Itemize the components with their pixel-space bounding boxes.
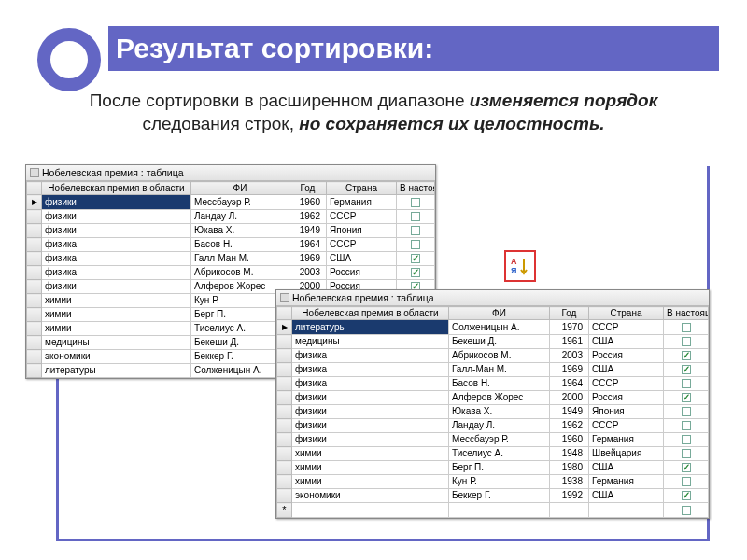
table-row[interactable]: химииБерг П.1980США	[277, 461, 709, 475]
row-selector[interactable]	[277, 475, 292, 489]
cell-year[interactable]: 1960	[289, 195, 327, 210]
row-selector[interactable]	[27, 350, 42, 364]
cell-field[interactable]: физика	[42, 252, 191, 266]
checkbox-icon[interactable]	[411, 198, 420, 207]
cell-name[interactable]: Ландау Л.	[191, 210, 289, 224]
row-selector[interactable]	[27, 336, 42, 350]
cell-field[interactable]: химии	[42, 294, 191, 308]
cell-field[interactable]: химии	[292, 475, 449, 489]
checkbox-icon[interactable]	[682, 379, 691, 388]
row-selector[interactable]	[27, 308, 42, 322]
cell-current[interactable]	[664, 335, 709, 349]
cell-name[interactable]: Ландау Л.	[449, 419, 550, 433]
cell-country[interactable]: СССР	[589, 419, 664, 433]
col-header-country[interactable]: Страна	[589, 307, 664, 320]
cell-country[interactable]: США	[327, 252, 397, 266]
table-row[interactable]: физикиЛандау Л.1962СССР	[277, 419, 709, 433]
cell-country[interactable]: СССР	[327, 210, 397, 224]
empty-cell[interactable]	[292, 503, 449, 518]
checkbox-icon[interactable]	[682, 337, 691, 346]
cell-name[interactable]: Солженицын А.	[191, 364, 289, 378]
cell-country[interactable]: США	[589, 363, 664, 377]
row-selector-header[interactable]	[277, 307, 292, 320]
cell-current[interactable]	[397, 195, 435, 210]
checkbox-icon[interactable]	[682, 351, 691, 360]
cell-current[interactable]	[664, 377, 709, 391]
cell-field[interactable]: литературы	[292, 320, 449, 335]
cell-country[interactable]: Германия	[327, 195, 397, 210]
cell-name[interactable]: Тиселиус А.	[191, 322, 289, 336]
cell-field[interactable]: физики	[292, 433, 449, 447]
cell-year[interactable]: 1938	[550, 475, 589, 489]
row-selector[interactable]	[27, 294, 42, 308]
cell-field[interactable]: физики	[42, 195, 191, 210]
cell-country[interactable]: Россия	[327, 266, 397, 280]
col-header-current[interactable]: В настояще в	[664, 307, 709, 320]
cell-country[interactable]: Япония	[327, 224, 397, 238]
checkbox-icon[interactable]	[682, 463, 691, 472]
empty-cell[interactable]	[550, 503, 589, 518]
cell-year[interactable]: 1961	[550, 335, 589, 349]
cell-country[interactable]: СССР	[589, 320, 664, 335]
cell-name[interactable]: Мессбауэр Р.	[449, 433, 550, 447]
cell-country[interactable]: Япония	[589, 405, 664, 419]
cell-current[interactable]	[664, 363, 709, 377]
cell-field[interactable]: экономики	[42, 350, 191, 364]
cell-name[interactable]: Басов Н.	[449, 377, 550, 391]
cell-country[interactable]: США	[589, 335, 664, 349]
row-selector[interactable]	[277, 461, 292, 475]
cell-current[interactable]	[664, 475, 709, 489]
cell-year[interactable]: 1969	[289, 252, 327, 266]
checkbox-icon[interactable]	[682, 477, 691, 486]
cell-field[interactable]: физики	[292, 405, 449, 419]
cell-name[interactable]: Алферов Жорес	[449, 391, 550, 405]
row-selector[interactable]	[277, 377, 292, 391]
cell-name[interactable]: Юкава Х.	[449, 405, 550, 419]
row-selector[interactable]	[27, 280, 42, 294]
checkbox-icon[interactable]	[411, 226, 420, 235]
checkbox-icon[interactable]	[682, 323, 691, 332]
table-row[interactable]: физикиМессбауэр Р.1960Германия	[277, 433, 709, 447]
row-selector-header[interactable]	[27, 182, 42, 195]
row-selector[interactable]	[277, 335, 292, 349]
cell-country[interactable]: Россия	[589, 349, 664, 363]
row-selector[interactable]	[277, 419, 292, 433]
cell-current[interactable]	[664, 489, 709, 503]
checkbox-icon[interactable]	[682, 435, 691, 444]
cell-field[interactable]: экономики	[292, 489, 449, 503]
col-header-field[interactable]: Нобелевская премия в области	[42, 182, 191, 195]
cell-current[interactable]	[397, 238, 435, 252]
table-row[interactable]: химииТиселиус А.1948Швейцария	[277, 447, 709, 461]
row-selector[interactable]	[27, 322, 42, 336]
table-row[interactable]: физикаАбрикосов М.2003Россия	[277, 349, 709, 363]
cell-current[interactable]	[397, 210, 435, 224]
row-selector[interactable]	[277, 433, 292, 447]
cell-field[interactable]: медицины	[292, 335, 449, 349]
checkbox-icon[interactable]	[411, 240, 420, 249]
col-header-current[interactable]: В настояще в	[397, 182, 435, 195]
cell-field[interactable]: физики	[42, 224, 191, 238]
cell-country[interactable]: СССР	[589, 377, 664, 391]
sort-asc-icon[interactable]: А Я	[504, 250, 536, 282]
cell-current[interactable]	[664, 503, 709, 518]
checkbox-icon[interactable]	[682, 449, 691, 458]
cell-year[interactable]: 1949	[289, 224, 327, 238]
table-row[interactable]: физикаГалл-Ман М.1969США	[27, 252, 435, 266]
checkbox-icon[interactable]	[411, 268, 420, 277]
table-row[interactable]: физикаБасов Н.1964СССР	[27, 238, 435, 252]
checkbox-icon[interactable]	[682, 365, 691, 374]
table-row[interactable]: физикаБасов Н.1964СССР	[277, 377, 709, 391]
checkbox-icon[interactable]	[411, 212, 420, 221]
cell-field[interactable]: физика	[42, 266, 191, 280]
cell-year[interactable]: 1970	[550, 320, 589, 335]
cell-field[interactable]: физики	[292, 391, 449, 405]
cell-year[interactable]: 1948	[550, 447, 589, 461]
cell-field[interactable]: химии	[42, 322, 191, 336]
col-header-field[interactable]: Нобелевская премия в области	[292, 307, 449, 320]
cell-current[interactable]	[664, 405, 709, 419]
table-row[interactable]: медициныБекеши Д.1961США	[277, 335, 709, 349]
table-row[interactable]: физикиЛандау Л.1962СССР	[27, 210, 435, 224]
cell-field[interactable]: литературы	[42, 364, 191, 378]
row-selector[interactable]	[277, 405, 292, 419]
cell-name[interactable]: Басов Н.	[191, 238, 289, 252]
